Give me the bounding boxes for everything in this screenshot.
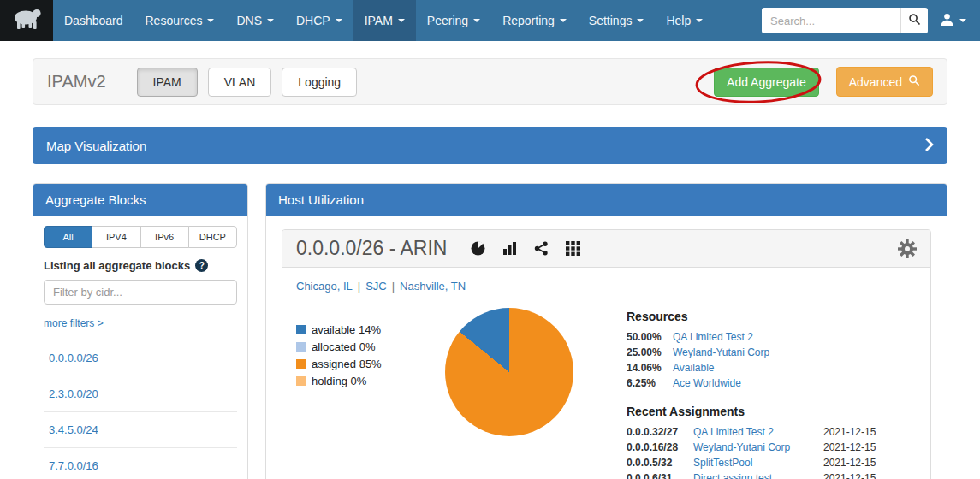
resource-pct: 14.06% — [627, 362, 673, 374]
nav-label: DNS — [236, 14, 262, 27]
caret-down-icon — [267, 19, 274, 22]
bar-chart-icon[interactable] — [502, 241, 517, 256]
help-icon[interactable]: ? — [195, 259, 208, 272]
map-visualization-title: Map Visualization — [46, 139, 146, 153]
recent-assignments-title: Recent Assignments — [627, 405, 917, 418]
block-detail-card: 0.0.0.0/26 - ARIN — [282, 229, 931, 479]
legend-item-assigned: assigned 85% — [296, 358, 418, 370]
legend-label: assigned 85% — [312, 358, 382, 370]
list-item: 3.4.5.0/24 — [44, 411, 237, 447]
add-aggregate-button[interactable]: Add Aggregate — [714, 68, 819, 97]
nav-item-dhcp[interactable]: DHCP — [285, 0, 353, 41]
top-navbar: Dashboard Resources DNS DHCP IPAM Peerin… — [0, 0, 980, 41]
aggregate-block-link[interactable]: 3.4.5.0/24 — [49, 423, 98, 436]
assignment-date: 2021-12-15 — [823, 441, 917, 453]
resource-row: 14.06%Available — [627, 362, 917, 374]
app-logo[interactable] — [0, 0, 53, 41]
list-item: 0.0.0.0/26 — [44, 340, 237, 376]
aggregate-filter-tabs: All IPV4 IPv6 DHCP — [44, 226, 237, 248]
assignment-row: 0.0.0.16/28Weyland-Yutani Corp2021-12-15 — [627, 441, 917, 453]
list-item: 7.7.0.0/16 — [44, 447, 237, 479]
list-item: 2.3.0.0/20 — [44, 376, 237, 411]
legend-item-available: available 14% — [296, 323, 418, 336]
nav-label: Reporting — [502, 14, 555, 27]
legend-label: available 14% — [312, 323, 381, 336]
filter-tab-dhcp[interactable]: DHCP — [188, 226, 237, 248]
resource-row: 25.00%Weyland-Yutani Corp — [627, 346, 917, 358]
assignment-link[interactable]: SplitTestPool — [693, 457, 823, 469]
filter-tab-all[interactable]: All — [44, 226, 92, 248]
region-link[interactable]: Nashville, TN — [400, 280, 466, 293]
chevron-right-icon — [924, 137, 934, 155]
assignment-link[interactable]: Direct assign test — [693, 472, 823, 479]
filter-tab-ipv4[interactable]: IPV4 — [92, 226, 140, 248]
user-menu[interactable] — [928, 12, 973, 30]
nav-item-ipam[interactable]: IPAM — [353, 0, 416, 41]
nav-label: Dashboard — [64, 14, 123, 27]
caret-down-icon — [560, 19, 567, 22]
tab-vlan[interactable]: VLAN — [208, 68, 272, 97]
region-link[interactable]: SJC — [365, 280, 387, 293]
pie-chart-icon[interactable] — [471, 241, 485, 256]
nav-item-dns[interactable]: DNS — [225, 0, 285, 41]
gear-icon[interactable] — [898, 240, 917, 258]
resource-pct: 50.00% — [627, 331, 673, 343]
navbar-right — [762, 0, 980, 41]
aggregate-block-link[interactable]: 7.7.0.0/16 — [49, 459, 98, 472]
search-input[interactable] — [762, 8, 900, 33]
recent-assignments-list: 0.0.0.32/27QA Limited Test 22021-12-15 0… — [627, 426, 917, 479]
caret-down-icon — [336, 19, 342, 22]
resources-title: Resources — [627, 310, 917, 323]
nav-label: Settings — [589, 14, 633, 27]
resource-link[interactable]: QA Limited Test 2 — [673, 331, 753, 343]
advanced-label: Advanced — [849, 75, 902, 89]
host-utilization-panel: Host Utilization 0.0.0.0/26 - ARIN — [265, 183, 947, 479]
nav-item-peering[interactable]: Peering — [416, 0, 491, 41]
assignment-link[interactable]: Weyland-Yutani Corp — [693, 441, 823, 453]
aggregate-block-list: 0.0.0.0/26 2.3.0.0/20 3.4.5.0/24 7.7.0.0… — [44, 340, 237, 479]
aggregate-block-link[interactable]: 2.3.0.0/20 — [49, 387, 98, 400]
nav-item-help[interactable]: Help — [655, 0, 714, 41]
share-icon[interactable] — [534, 241, 549, 256]
more-filters-link[interactable]: more filters > — [44, 317, 104, 329]
grid-icon[interactable] — [566, 241, 580, 256]
assignment-link[interactable]: QA Limited Test 2 — [693, 426, 823, 438]
nav-item-resources[interactable]: Resources — [134, 0, 226, 41]
separator: | — [392, 280, 395, 293]
nav-item-dashboard[interactable]: Dashboard — [53, 0, 134, 41]
legend-label: allocated 0% — [312, 340, 375, 353]
aggregate-block-link[interactable]: 0.0.0.0/26 — [49, 352, 98, 364]
resource-pct: 25.00% — [627, 346, 673, 358]
caret-down-icon — [959, 19, 966, 22]
ipam-toolbar: IPAMv2 IPAM VLAN Logging Add Aggregate A… — [33, 58, 947, 105]
resource-link[interactable]: Weyland-Yutani Corp — [673, 346, 769, 358]
polar-bear-logo-icon — [9, 6, 44, 35]
nav-item-reporting[interactable]: Reporting — [491, 0, 578, 41]
cidr-filter-input[interactable] — [44, 280, 237, 305]
utilization-pie-chart — [445, 308, 573, 436]
search-button[interactable] — [900, 8, 928, 33]
tab-logging[interactable]: Logging — [282, 68, 357, 97]
tab-ipam[interactable]: IPAM — [137, 68, 198, 97]
assignment-cidr: 0.0.0.16/28 — [627, 441, 693, 453]
page-title: IPAMv2 — [47, 72, 106, 92]
region-link[interactable]: Chicago, IL — [296, 280, 353, 293]
listing-label: Listing all aggregate blocks — [44, 259, 190, 272]
resource-link[interactable]: Available — [673, 362, 714, 374]
filter-tab-ipv6[interactable]: IPv6 — [140, 226, 189, 248]
legend-item-allocated: allocated 0% — [296, 340, 418, 353]
search-icon — [908, 13, 921, 28]
legend-swatch — [296, 325, 306, 334]
legend-item-holding: holding 0% — [296, 375, 418, 387]
assignment-cidr: 0.0.0.32/27 — [627, 426, 693, 438]
assignment-row: 0.0.0.6/31Direct assign test2021-12-15 — [627, 472, 917, 479]
user-icon — [940, 12, 954, 30]
advanced-button[interactable]: Advanced — [836, 67, 933, 97]
map-visualization-panel[interactable]: Map Visualization — [33, 127, 947, 164]
assignment-date: 2021-12-15 — [823, 426, 917, 438]
resource-link[interactable]: Ace Worldwide — [673, 377, 741, 389]
caret-down-icon — [696, 19, 703, 22]
aggregate-blocks-panel: Aggregate Blocks All IPV4 IPv6 DHCP List… — [33, 183, 248, 479]
legend-label: holding 0% — [312, 375, 366, 387]
nav-item-settings[interactable]: Settings — [578, 0, 656, 41]
